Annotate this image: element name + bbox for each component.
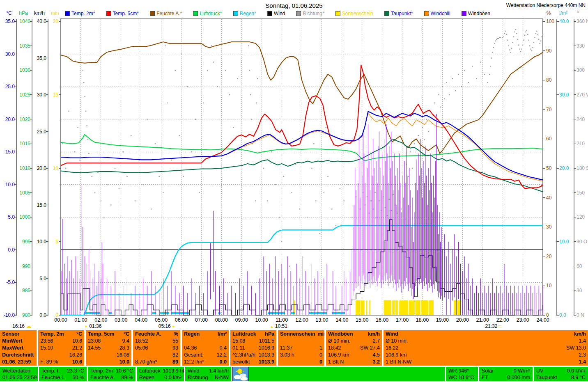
svg-text:15:00: 15:00 — [356, 317, 368, 323]
status-row: WC 10.6°C — [446, 374, 478, 381]
svg-text:15.0: 15.0 — [37, 202, 47, 208]
svg-text:00:00: 00:00 — [54, 317, 67, 323]
status-section: Temp. 2m10.6 °CFeuchte A.89 % — [88, 367, 137, 381]
svg-text:90: 90 — [546, 48, 552, 54]
svg-text:30.0: 30.0 — [5, 51, 15, 57]
axis-deg: °360 N330300270 W240210180 S15012090 O60… — [574, 10, 588, 318]
svg-text:20:00: 20:00 — [456, 317, 469, 323]
status-row: UV0.0 UV-I — [534, 368, 588, 374]
status-bar: Wetterdaten01.06.25 23:59Temp. I.23.3 °C… — [0, 367, 588, 381]
grid — [61, 19, 543, 315]
status-row: Temp. 2m10.6 °C — [88, 368, 136, 374]
svg-text:22:00: 22:00 — [496, 317, 509, 323]
svg-text:40.0: 40.0 — [559, 18, 569, 24]
status-section: UV0.0 UV-ITaupunkt8.9 °C — [533, 367, 588, 381]
stats-row: 16.08 — [86, 352, 131, 359]
axis-kmh: km/h40.035.030.025.020.015.010.05.00.0 — [34, 10, 48, 318]
svg-text:-5.0: -5.0 — [6, 279, 15, 285]
stats-row: 18:42SW 27.4 — [326, 344, 382, 351]
stats-row: Sonnenscheinmin — [278, 330, 324, 337]
stats-row: 05:0693 — [133, 344, 180, 351]
svg-text:30: 30 — [577, 288, 582, 293]
svg-text:20: 20 — [53, 18, 59, 24]
stats-row: 3:03 h0 — [278, 352, 324, 359]
status-row: Temp. I.23.3 °C — [39, 368, 87, 374]
stats-group-regen: Regenl/m²04:360.4Gesamt:12.212.2 l/m²0.0 — [182, 330, 229, 366]
stats-row: Temp. 2m°C — [38, 330, 84, 337]
svg-text:20.0: 20.0 — [37, 165, 47, 171]
svg-text:19:00: 19:00 — [436, 317, 449, 323]
svg-text:07:00: 07:00 — [195, 317, 208, 323]
axis-min: min20151050 — [51, 10, 61, 318]
axis-hpa: hPa1040103510301025102010151010100510009… — [19, 10, 32, 318]
stats-row: MinWert — [0, 337, 37, 344]
svg-text:10:00: 10:00 — [255, 317, 268, 323]
svg-text:980: 980 — [22, 312, 30, 318]
stats-table: SensorMinWertMaxWertDurchschnitt01.06. 2… — [0, 330, 588, 366]
stats-row: 16.26 — [38, 352, 84, 359]
svg-text:240: 240 — [577, 117, 585, 122]
stats-row: Temp. 5cm°C — [86, 330, 131, 337]
stats-group-sensor: SensorMinWertMaxWertDurchschnitt01.06. 2… — [0, 330, 37, 366]
svg-text:330: 330 — [577, 43, 585, 49]
svg-text:30.0: 30.0 — [37, 92, 47, 98]
stats-group-temp-2m: Temp. 2m°C23:5610.615:1021.216.26F: 89 %… — [38, 330, 84, 366]
svg-text:10.0: 10.0 — [559, 239, 569, 245]
svg-text:1020: 1020 — [19, 117, 30, 122]
svg-text:13:00: 13:00 — [315, 317, 328, 323]
stats-group-luftdruck: LuftdruckhPa15:081011.501:111016.9^2.3hP… — [230, 330, 276, 366]
svg-text:10.0: 10.0 — [37, 239, 47, 245]
status-section: Wind1.4 km/hRichtungN-NW — [185, 367, 232, 381]
svg-text:1010: 1010 — [19, 165, 30, 171]
svg-text:1035: 1035 — [19, 43, 30, 49]
marker-arrow-up: ▲ 10:51 — [270, 323, 288, 329]
svg-text:90 O: 90 O — [577, 239, 587, 245]
svg-text:5: 5 — [55, 239, 58, 245]
svg-text:23:00: 23:00 — [516, 317, 529, 323]
svg-text:180 S: 180 S — [577, 165, 588, 171]
svg-text:20: 20 — [546, 254, 552, 259]
svg-text:08:00: 08:00 — [215, 317, 228, 323]
svg-text:06:00: 06:00 — [175, 317, 188, 323]
svg-text:990: 990 — [22, 263, 30, 269]
weather-chart: °C35.030.025.020.015.010.05.00.0-5.0-10.… — [0, 0, 588, 330]
svg-text:10: 10 — [53, 165, 59, 171]
axis-pct: %1009080706050403020100 — [542, 10, 554, 318]
svg-text:30.0: 30.0 — [559, 92, 569, 98]
svg-text:04:00: 04:00 — [135, 317, 147, 323]
stats-row: LuftdruckhPa — [230, 330, 276, 337]
stats-row: Windböenkm/h — [326, 330, 382, 337]
svg-text:360 N: 360 N — [577, 18, 588, 24]
svg-text:02:00: 02:00 — [94, 317, 107, 323]
stats-row: 1 Bft N3.2 — [326, 359, 382, 366]
svg-text:40: 40 — [546, 195, 552, 201]
x-axis-labels: 00:0001:0002:0003:0004:0005:0006:0007:00… — [54, 317, 549, 323]
svg-text:70: 70 — [546, 107, 552, 112]
weather-icon-sun-clouds — [232, 367, 249, 381]
status-spacer — [249, 367, 445, 381]
status-row: Feuchte A.89 % — [88, 374, 136, 381]
svg-text:10.0: 10.0 — [5, 182, 15, 188]
svg-text:985: 985 — [22, 288, 30, 293]
svg-text:20.0: 20.0 — [559, 165, 569, 171]
svg-text:11:00: 11:00 — [276, 317, 288, 323]
sun-moon-markers: ▼ 01:3605:16 ●▲ 10:5121:32 □16:16 ☁ — [12, 323, 501, 329]
svg-text:35.0: 35.0 — [5, 18, 15, 24]
svg-text:24:00: 24:00 — [536, 317, 549, 323]
svg-text:80: 80 — [546, 77, 552, 83]
marker-sun-outline: 21:32 □ — [485, 323, 501, 329]
stats-row: 16:22SW 13.0 — [384, 344, 588, 351]
status-row: Taupunkt8.9 °C — [534, 374, 588, 381]
stats-row: 11:371 — [278, 344, 324, 351]
svg-text:150: 150 — [577, 190, 585, 196]
stats-row: ^2.3hPa/h1013.3 — [230, 352, 276, 359]
stats-row: Windkm/h — [384, 330, 588, 337]
status-row: Wetterdaten — [0, 368, 38, 374]
svg-text:35.0: 35.0 — [37, 55, 47, 61]
svg-text:-10.0: -10.0 — [4, 312, 15, 318]
svg-text:0.0: 0.0 — [559, 312, 566, 318]
svg-text:l/m²: l/m² — [559, 10, 567, 16]
status-row: Luftdruck1013.9 hPa — [137, 368, 184, 374]
svg-text:03:00: 03:00 — [115, 317, 127, 323]
svg-text:09:00: 09:00 — [235, 317, 248, 323]
